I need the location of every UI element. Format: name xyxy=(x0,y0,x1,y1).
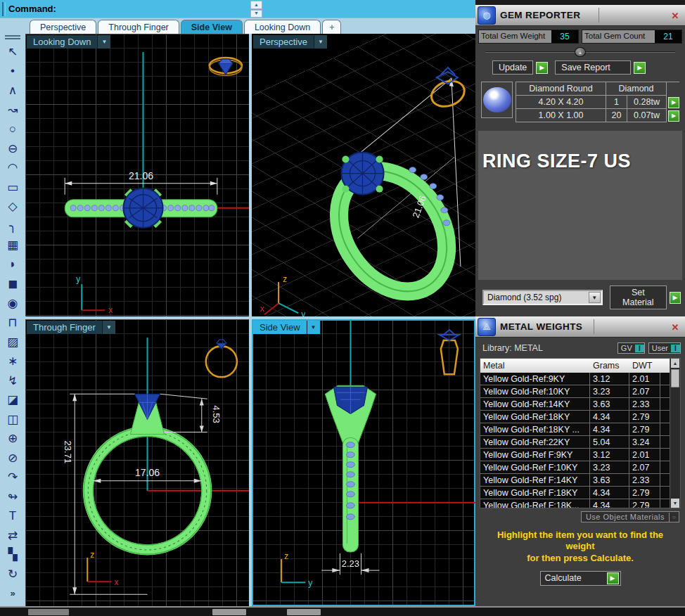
metal-row[interactable]: Yellow Gold-Ref:10KY3.232.07 xyxy=(480,385,680,398)
cylinder-icon[interactable]: ⊓ xyxy=(2,313,23,333)
taskbar[interactable] xyxy=(0,606,685,616)
ellipse-icon[interactable]: ⊖ xyxy=(2,139,23,159)
command-scroll-down-icon[interactable]: ▼ xyxy=(250,10,262,18)
fillet-curves-icon[interactable]: ↷ xyxy=(2,468,23,487)
array-icon[interactable]: ▚ xyxy=(2,545,23,565)
dwt-column-header[interactable]: DWT xyxy=(629,359,660,373)
surface-patch-icon[interactable]: ▦ xyxy=(2,236,23,255)
viewport-through-finger[interactable]: Through Finger ▼ xyxy=(25,319,249,606)
scrollbar-thumb[interactable] xyxy=(671,369,679,387)
boolean-difference-icon[interactable]: ⊘ xyxy=(2,449,23,468)
arc-icon[interactable]: ◠ xyxy=(2,158,23,178)
command-bar[interactable]: Command: ▲ ▼ xyxy=(0,0,475,18)
curved-surface-icon[interactable]: ◗ xyxy=(2,255,23,275)
metal-row[interactable]: Yellow Gold-Ref F:10KY3.232.07 xyxy=(480,461,680,474)
viewport-perspective[interactable]: Perspective ▼ xyxy=(252,34,475,316)
viewport-through-finger-title[interactable]: Through Finger ▼ xyxy=(27,321,115,334)
explode-icon[interactable]: ∗ xyxy=(2,352,23,371)
metal-table-scrollbar[interactable]: ▲ ▼ xyxy=(670,359,680,508)
tab-through-finger[interactable]: Through Finger xyxy=(98,20,179,34)
rectangle-icon[interactable]: ▭ xyxy=(2,178,23,198)
looking-down-canvas[interactable]: 21.06 y x xyxy=(25,34,249,316)
grams-column-header[interactable]: Grams xyxy=(590,359,629,373)
scroll-up-icon[interactable]: ▲ xyxy=(671,359,679,368)
user-toggle[interactable]: User I xyxy=(648,342,681,354)
taskbar-item[interactable] xyxy=(287,609,321,615)
save-report-button[interactable]: Save Report xyxy=(555,60,631,75)
point-icon[interactable]: • xyxy=(2,62,23,82)
taskbar-item[interactable] xyxy=(28,609,69,615)
through-finger-canvas[interactable]: 4.53 23.71 17.06 z xyxy=(25,319,249,606)
side-view-canvas[interactable]: 2.23 z y xyxy=(252,319,475,606)
trim-icon[interactable]: ◪ xyxy=(2,390,23,410)
save-report-play-icon[interactable]: ▶ xyxy=(634,62,646,74)
use-object-materials-button[interactable]: Use Object Materials ○ xyxy=(581,511,679,522)
perspective-canvas[interactable]: 21.06 z x y xyxy=(252,34,475,316)
viewport-perspective-title[interactable]: Perspective ▼ xyxy=(253,35,327,49)
metal-row[interactable]: Yellow Gold-Ref F:14KY3.632.33 xyxy=(480,474,680,487)
split-icon[interactable]: ◫ xyxy=(2,410,23,430)
rotate-icon[interactable]: ↻ xyxy=(2,565,23,584)
metal-row[interactable]: Yellow Gold-Ref:18KY ...4.342.79 xyxy=(480,423,680,436)
viewport-dropdown-icon[interactable]: ▼ xyxy=(307,321,320,334)
gem-reporter-close-icon[interactable]: ✕ xyxy=(669,9,681,22)
metal-weights-close-icon[interactable]: ✕ xyxy=(669,321,681,333)
viewport-dropdown-icon[interactable]: ▼ xyxy=(97,35,110,49)
select-arrow-icon[interactable]: ↖ xyxy=(2,42,23,62)
text-icon[interactable]: T xyxy=(2,506,23,526)
metal-weights-header[interactable]: ⟁ METAL WEIGHTS ✕ xyxy=(475,316,685,338)
calculate-play-icon[interactable]: ▶ xyxy=(607,572,619,584)
box-icon[interactable]: ◼ xyxy=(2,274,23,294)
blend-curves-icon[interactable]: ↬ xyxy=(2,487,23,507)
update-play-icon[interactable]: ▶ xyxy=(536,62,548,74)
extend-icon[interactable]: ↯ xyxy=(2,371,23,391)
gem-material-select[interactable]: Diamond (3.52 spg) ▼ xyxy=(482,290,603,305)
command-bar-grip[interactable] xyxy=(2,2,6,16)
gv-toggle[interactable]: GV I xyxy=(617,342,645,354)
viewport-looking-down-title[interactable]: Looking Down ▼ xyxy=(27,35,110,49)
update-button[interactable]: Update xyxy=(492,60,533,75)
set-material-button[interactable]: Set Material xyxy=(610,285,667,309)
select-dropdown-icon[interactable]: ▼ xyxy=(589,292,601,303)
toolbar-more-icon[interactable]: » xyxy=(2,584,23,603)
new-viewport-tab-icon[interactable]: + xyxy=(322,20,341,34)
taskbar-item[interactable] xyxy=(212,609,246,615)
metal-row[interactable]: Yellow Gold-Ref:18KY4.342.79 xyxy=(480,411,680,423)
metal-row[interactable]: Yellow Gold-Ref:9KY3.122.01 xyxy=(480,373,680,385)
viewport-looking-down[interactable]: Looking Down ▼ xyxy=(25,34,249,316)
viewport-side-view[interactable]: Side View ▼ xyxy=(252,319,475,606)
gem-row[interactable]: 4.20 X 4.2010.28tw▶ xyxy=(516,96,679,109)
metal-row[interactable]: Yellow Gold-Ref:22KY5.043.24 xyxy=(480,436,680,449)
scroll-down-icon[interactable]: ▼ xyxy=(671,499,679,508)
metal-row[interactable]: Yellow Gold-Ref F:18K...4.342.79 xyxy=(480,499,680,508)
tab-perspective[interactable]: Perspective xyxy=(30,20,96,34)
set-material-play-icon[interactable]: ▶ xyxy=(670,292,681,304)
gem-row-play-icon[interactable]: ▶ xyxy=(668,97,679,108)
gem-row[interactable]: 1.00 X 1.00200.07tw▶ xyxy=(516,109,679,122)
sphere-icon[interactable]: ◉ xyxy=(2,294,23,314)
polyline-icon[interactable]: ∧ xyxy=(2,81,23,101)
metal-row[interactable]: Yellow Gold-Ref F:18KY4.342.79 xyxy=(480,487,680,499)
tab-side-view[interactable]: Side View xyxy=(181,20,243,34)
viewport-dropdown-icon[interactable]: ▼ xyxy=(314,35,327,49)
metal-column-header[interactable]: Metal xyxy=(480,359,590,373)
viewport-dropdown-icon[interactable]: ▼ xyxy=(102,321,115,334)
gem-row-play-icon[interactable]: ▶ xyxy=(668,110,679,122)
toolbar-grip[interactable] xyxy=(5,35,20,39)
tab-looking-down[interactable]: Looking Down xyxy=(244,20,321,34)
boolean-union-icon[interactable]: ⊕ xyxy=(2,429,23,449)
move-icon[interactable]: ⇄ xyxy=(2,526,23,546)
fillet-corner-icon[interactable]: ╮ xyxy=(2,217,23,236)
polygon-icon[interactable]: ◇ xyxy=(2,197,23,217)
calculate-button[interactable]: Calculate ▶ xyxy=(540,571,621,586)
collapse-knob-icon[interactable]: ▲ xyxy=(575,47,586,57)
command-scroll-up-icon[interactable]: ▲ xyxy=(250,1,262,9)
circle-icon[interactable]: ○ xyxy=(2,120,23,139)
panel-collapse-slider[interactable]: ▲ xyxy=(485,47,675,57)
control-point-curve-icon[interactable]: ↝ xyxy=(2,101,23,120)
metal-row[interactable]: Yellow Gold-Ref F:9KY3.122.01 xyxy=(480,449,680,461)
mesh-surface-icon[interactable]: ▨ xyxy=(2,333,23,352)
viewport-side-view-title[interactable]: Side View ▼ xyxy=(253,321,320,334)
metal-row[interactable]: Yellow Gold-Ref:14KY3.632.33 xyxy=(480,398,680,411)
gem-reporter-header[interactable]: ◍ GEM REPORTER ✕ xyxy=(475,5,685,26)
